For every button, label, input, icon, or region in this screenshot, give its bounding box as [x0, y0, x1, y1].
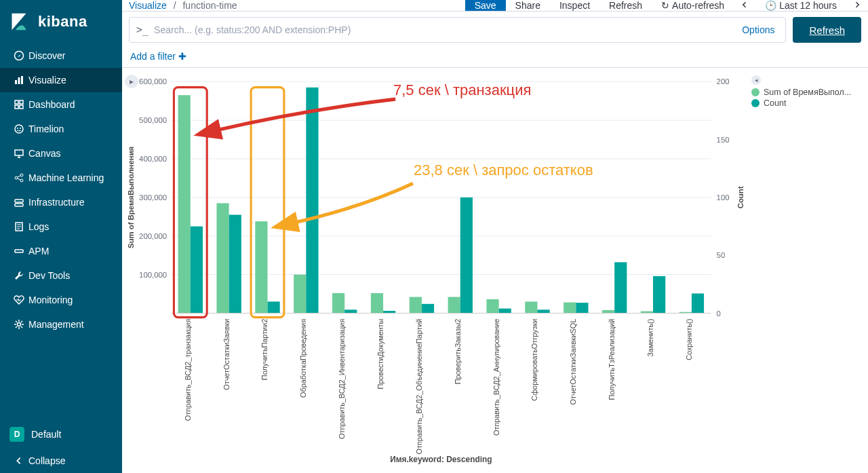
bar-sum[interactable] [410, 297, 422, 314]
sidebar-item-machine-learning[interactable]: Machine Learning [0, 166, 122, 190]
sidebar-item-monitoring[interactable]: Monitoring [0, 288, 122, 312]
svg-text:600,000: 600,000 [139, 77, 167, 86]
bar-count[interactable] [191, 227, 203, 314]
bar-count[interactable] [460, 197, 473, 314]
sidebar-item-timelion[interactable]: Timelion [0, 117, 122, 141]
sidebar-item-label: Monitoring [28, 295, 73, 305]
svg-text:150: 150 [717, 136, 730, 144]
breadcrumb-separator: / [174, 0, 176, 11]
bar-count[interactable] [306, 88, 318, 314]
svg-text:0: 0 [717, 309, 721, 318]
inspect-button[interactable]: Inspect [550, 0, 599, 11]
filter-bar: Add a filter ✚ [122, 48, 868, 68]
breadcrumb-current: function-time [182, 0, 237, 11]
sidebar-item-label: APM [28, 246, 49, 257]
panel-expand-toggle[interactable]: ▸ [125, 75, 138, 88]
timepicker-prev[interactable] [734, 0, 755, 11]
bar-sum[interactable] [564, 303, 576, 314]
svg-text:СформироватьОтгрузки: СформироватьОтгрузки [530, 319, 538, 401]
svg-text:Заменить(): Заменить() [646, 319, 654, 357]
svg-text:Имя.keyword: Descending: Имя.keyword: Descending [390, 455, 492, 464]
bar-sum[interactable] [371, 293, 383, 314]
bar-count[interactable] [692, 293, 704, 313]
legend-item[interactable]: Sum of ВремяВыпол... [751, 88, 861, 97]
bar-sum[interactable] [525, 301, 537, 313]
sidebar-item-management[interactable]: Management [0, 312, 122, 337]
brand-label: kibana [38, 13, 87, 31]
svg-text:300,000: 300,000 [139, 193, 167, 202]
sidebar-item-label: Infrastructure [28, 197, 84, 208]
sidebar-item-label: Dashboard [28, 99, 75, 110]
svg-rect-2 [18, 77, 20, 84]
logs-icon [9, 221, 28, 232]
sidebar-item-logs[interactable]: Logs [0, 214, 122, 239]
sidebar-nav: DiscoverVisualizeDashboardTimelionCanvas… [0, 43, 122, 337]
query-bar: >_ Options Refresh [122, 12, 868, 48]
compass-icon [9, 50, 28, 61]
bar-sum[interactable] [602, 310, 614, 314]
refresh-link[interactable]: Refresh [599, 0, 652, 11]
add-filter-button[interactable]: Add a filter ✚ [130, 51, 186, 62]
chart-area: ▸ 100,000200,000300,000400,000500,000600… [122, 68, 868, 473]
bar-count[interactable] [267, 301, 279, 313]
bar-count[interactable] [537, 309, 549, 313]
legend: ◂ Sum of ВремяВыпол...Count [746, 75, 861, 468]
brand[interactable]: kibana [0, 0, 122, 43]
sidebar-item-dashboard[interactable]: Dashboard [0, 92, 122, 117]
sidebar-item-discover[interactable]: Discover [0, 43, 122, 68]
timepicker[interactable]: 🕑 Last 12 hours [755, 0, 846, 11]
bar-sum[interactable] [486, 299, 498, 313]
bar-sum[interactable] [294, 275, 306, 314]
sidebar-item-apm[interactable]: APM [0, 239, 122, 263]
svg-point-8 [15, 125, 23, 133]
search-options[interactable]: Options [742, 24, 774, 35]
clock-icon: 🕑 [765, 0, 776, 11]
space-switcher[interactable]: D Default [0, 420, 122, 449]
search-prompt-icon: >_ [136, 24, 149, 36]
bar-count[interactable] [229, 214, 241, 313]
sidebar-item-infrastructure[interactable]: Infrastructure [0, 190, 122, 214]
sidebar-collapse[interactable]: Collapse [0, 449, 122, 473]
bar-count[interactable] [499, 309, 511, 314]
space-label: Default [31, 429, 61, 440]
bar-count[interactable] [576, 303, 588, 313]
legend-swatch [751, 88, 760, 96]
svg-rect-16 [15, 204, 23, 206]
topbar: Visualize / function-time Save Share Ins… [122, 0, 868, 12]
legend-label: Sum of ВремяВыпол... [764, 88, 851, 97]
bar-count[interactable] [422, 304, 434, 314]
share-button[interactable]: Share [506, 0, 550, 11]
bar-count[interactable] [653, 276, 665, 314]
svg-point-14 [20, 179, 23, 182]
svg-rect-7 [20, 105, 23, 109]
infra-icon [9, 197, 28, 208]
svg-point-13 [20, 174, 23, 176]
legend-toggle[interactable]: ◂ [751, 75, 761, 85]
bar-sum[interactable] [216, 203, 229, 313]
auto-refresh-toggle[interactable]: ↻ Auto-refresh [652, 0, 734, 11]
timepicker-next[interactable] [846, 0, 868, 11]
svg-text:ПровестиДокументы: ПровестиДокументы [376, 319, 384, 390]
bar-count[interactable] [614, 262, 627, 313]
ml-icon [9, 172, 28, 183]
search-input[interactable] [154, 24, 742, 35]
save-button[interactable]: Save [465, 0, 506, 11]
bar-sum[interactable] [448, 297, 460, 314]
breadcrumb-root[interactable]: Visualize [129, 0, 167, 11]
refresh-button[interactable]: Refresh [793, 17, 861, 43]
legend-item[interactable]: Count [751, 98, 861, 108]
chevron-right-icon: ▸ [130, 77, 134, 86]
bar-count[interactable] [344, 309, 357, 313]
svg-text:Отправить_ВСД2_транзакция: Отправить_ВСД2_транзакция [184, 319, 192, 421]
svg-text:ОбработкаПроведения: ОбработкаПроведения [299, 319, 307, 398]
svg-text:Count: Count [736, 186, 745, 208]
bar-sum[interactable] [332, 293, 344, 314]
bar-sum[interactable] [255, 221, 267, 313]
svg-text:200: 200 [717, 77, 730, 86]
sidebar-item-canvas[interactable]: Canvas [0, 141, 122, 166]
sidebar-item-dev-tools[interactable]: Dev Tools [0, 263, 122, 288]
heart-icon [9, 295, 28, 305]
bar-sum[interactable] [178, 95, 191, 313]
svg-rect-3 [21, 76, 23, 84]
sidebar-item-visualize[interactable]: Visualize [0, 68, 122, 92]
